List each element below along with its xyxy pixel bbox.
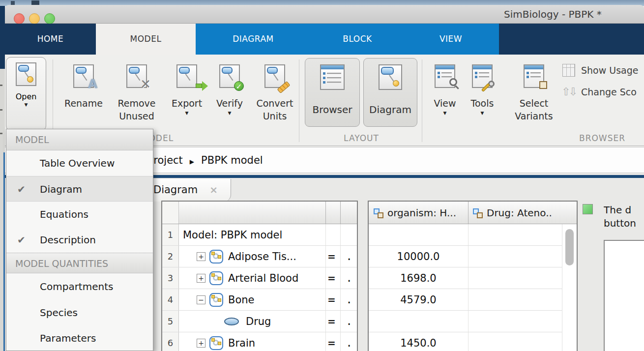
diagram-label: Diagram (364, 104, 417, 116)
table-row[interactable]: 4 − Bone = . (162, 289, 357, 311)
menu-item-species[interactable]: Species (6, 300, 153, 325)
value-row[interactable] (369, 311, 577, 332)
value-row[interactable]: 4579.0 (369, 289, 577, 311)
background-glyph (11, 1, 15, 5)
compartment-label[interactable]: Bone (228, 289, 254, 311)
expand-icon[interactable]: + (197, 252, 205, 261)
row-number: 3 (162, 267, 179, 289)
check-icon: ✔ (17, 227, 26, 253)
menu-item-compartments[interactable]: Compartments (6, 273, 153, 300)
breadcrumb: Project▶PBPK model (147, 147, 263, 174)
value-cell[interactable] (468, 332, 563, 351)
vertical-scrollbar[interactable] (562, 224, 577, 351)
table-row[interactable]: 2 + Adipose Tis... = . (162, 246, 357, 267)
menu-item-equations[interactable]: Equations (6, 202, 153, 227)
tools-button[interactable]: Tools ▼ (457, 58, 508, 132)
value-row[interactable] (369, 224, 577, 246)
compartment-label[interactable]: Adipose Tis... (228, 246, 296, 267)
variant-icon (374, 208, 383, 218)
value-cell[interactable]: . (347, 332, 351, 351)
menu-item-parameters[interactable]: Parameters (6, 325, 153, 351)
rename-button[interactable]: A Rename (58, 58, 109, 132)
expand-icon[interactable]: + (197, 339, 205, 348)
verify-button[interactable]: ✓ Verify ▼ (204, 58, 255, 132)
background-fragment (0, 85, 2, 86)
value-cell[interactable] (468, 246, 563, 267)
compartment-icon (209, 336, 223, 350)
column-header-organism[interactable]: organism: H... (374, 202, 467, 224)
value-cell[interactable]: 1450.0 (369, 332, 468, 351)
equals-cell[interactable]: = (327, 332, 336, 351)
value-cell[interactable] (369, 311, 468, 332)
document-tab-diagram[interactable]: Diagram × (146, 179, 231, 202)
convert-units-icon (264, 64, 285, 88)
value-cell[interactable] (468, 224, 563, 246)
species-label[interactable]: Drug (246, 311, 271, 332)
browser-toggle-button[interactable]: Browser (305, 58, 360, 127)
row-number-header (162, 202, 179, 224)
tab-block[interactable]: BLOCK (316, 24, 399, 55)
convert-units-button[interactable]: Convert Units (249, 58, 300, 132)
table-row[interactable]: 3 + Arterial Blood = . (162, 267, 357, 289)
value-cell[interactable]: . (347, 267, 351, 289)
value-cell[interactable]: 4579.0 (369, 289, 468, 311)
tab-model[interactable]: MODEL (96, 24, 196, 55)
model-row-label[interactable]: Model: PBPK model (183, 224, 282, 246)
table-row[interactable]: 6 + Brain = . (162, 332, 357, 351)
model-document-icon (16, 62, 36, 86)
value-row[interactable]: 1450.0 (369, 332, 577, 351)
value-cell[interactable] (369, 224, 468, 246)
value-cell[interactable]: . (347, 311, 351, 332)
expand-icon[interactable]: + (197, 274, 205, 283)
value-row[interactable]: 1698.0 (369, 267, 577, 289)
tree-table-header[interactable] (162, 202, 357, 224)
breadcrumb-model[interactable]: PBPK model (201, 154, 263, 166)
row-number: 1 (162, 224, 179, 245)
table-row[interactable]: 1 Model: PBPK model (162, 224, 357, 246)
legend-green-square (583, 204, 593, 214)
close-window-button[interactable] (14, 13, 25, 24)
window-title: SimBiology - PBPK * (504, 5, 602, 24)
tab-home[interactable]: HOME (5, 24, 96, 55)
open-button[interactable]: Open ▼ (6, 57, 46, 131)
zoom-window-button[interactable] (44, 13, 55, 24)
background-glyph (31, 0, 39, 5)
variant-icon (473, 208, 483, 218)
diagram-toggle-button[interactable]: Diagram (363, 58, 417, 127)
equals-cell[interactable]: = (327, 267, 336, 289)
open-button-label: Open (6, 92, 46, 101)
value-cell[interactable]: 1698.0 (369, 267, 468, 289)
menu-item-diagram[interactable]: ✔ Diagram (6, 176, 153, 202)
menu-item-description[interactable]: ✔ Description (6, 227, 153, 253)
value-row[interactable]: 10000.0 (369, 246, 577, 267)
equals-cell[interactable]: = (327, 246, 336, 267)
header-divider (468, 202, 468, 224)
equals-cell[interactable]: = (327, 311, 336, 332)
remove-unused-button[interactable]: ✕ Remove Unused (111, 58, 162, 132)
tab-diagram[interactable]: DIAGRAM (211, 24, 295, 55)
column-header-drug[interactable]: Drug: Ateno.. (473, 202, 563, 224)
scrollbar-thumb[interactable] (565, 229, 574, 265)
value-cell[interactable]: . (347, 289, 351, 311)
value-cell[interactable]: . (347, 246, 351, 267)
row-number: 5 (162, 311, 179, 332)
close-tab-icon[interactable]: × (209, 179, 218, 202)
value-cell[interactable] (468, 311, 563, 332)
verify-label: Verify (204, 97, 255, 110)
diagram-icon (379, 64, 402, 90)
compartment-label[interactable]: Arterial Blood (228, 267, 298, 289)
equals-cell[interactable]: = (327, 289, 336, 311)
minimize-window-button[interactable] (29, 13, 40, 24)
value-cell[interactable]: 10000.0 (369, 246, 468, 267)
toolstrip-tab-bar: HOME MODEL DIAGRAM BLOCK VIEW (5, 24, 644, 55)
menu-item-table-overview[interactable]: Table Overview (6, 150, 153, 176)
collapse-icon[interactable]: − (197, 295, 205, 304)
tab-view[interactable]: VIEW (409, 24, 493, 55)
header-divider (325, 202, 326, 224)
value-cell[interactable] (468, 267, 563, 289)
compartment-label[interactable]: Brain (228, 332, 255, 351)
document-tab-label: Diagram (153, 179, 198, 202)
select-variants-button[interactable]: Select Variants (503, 58, 564, 132)
value-cell[interactable] (468, 289, 563, 311)
table-row[interactable]: 5 Drug = . (162, 311, 357, 332)
